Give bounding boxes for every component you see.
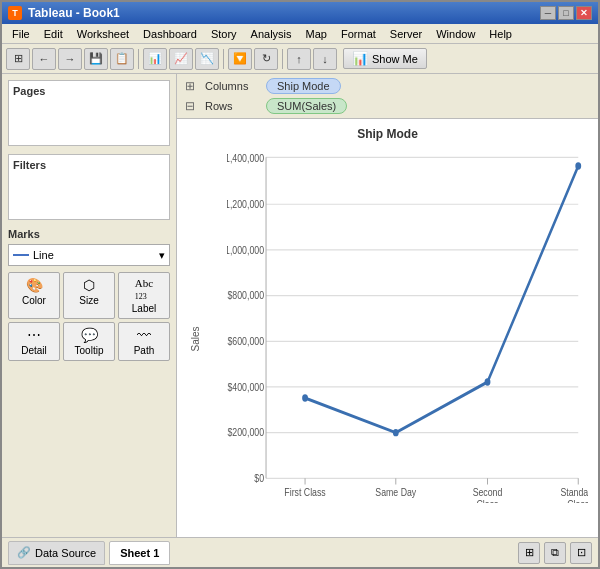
chart-container: Sales <box>177 145 598 533</box>
marks-type-label: Line <box>33 249 54 261</box>
minimize-button[interactable]: ─ <box>540 6 556 20</box>
menu-analysis[interactable]: Analysis <box>245 26 298 42</box>
size-label: Size <box>79 295 98 306</box>
show-me-button[interactable]: 📊 Show Me <box>343 48 427 69</box>
datapoint-second-class <box>485 378 491 385</box>
toolbar-chart2-btn[interactable]: 📈 <box>169 48 193 70</box>
menu-dashboard[interactable]: Dashboard <box>137 26 203 42</box>
bottombar: 🔗 Data Source Sheet 1 ⊞ ⧉ ⊡ <box>2 537 598 567</box>
datapoint-standard-class <box>575 162 581 169</box>
menu-server[interactable]: Server <box>384 26 428 42</box>
toolbar-grid-btn[interactable]: ⊞ <box>6 48 30 70</box>
toolbar-copy-btn[interactable]: 📋 <box>110 48 134 70</box>
menu-edit[interactable]: Edit <box>38 26 69 42</box>
svg-text:$600,000: $600,000 <box>227 335 264 347</box>
toolbar-back-btn[interactable]: ← <box>32 48 56 70</box>
columns-pill[interactable]: Ship Mode <box>266 78 341 94</box>
menu-window[interactable]: Window <box>430 26 481 42</box>
rows-pill[interactable]: SUM(Sales) <box>266 98 347 114</box>
detail-icon: ⋯ <box>27 327 41 343</box>
app-window: T Tableau - Book1 ─ □ ✕ File Edit Worksh… <box>0 0 600 569</box>
main-content: Pages Filters Marks Line ▾ <box>2 74 598 537</box>
svg-text:Class: Class <box>477 498 499 503</box>
chart-title: Ship Mode <box>177 119 598 145</box>
right-panel: ⊞ Columns Ship Mode ⊟ Rows SUM(Sales) Sh… <box>177 74 598 537</box>
svg-text:$1,400,000: $1,400,000 <box>227 152 264 164</box>
svg-text:$800,000: $800,000 <box>227 289 264 301</box>
bottombar-icons: ⊞ ⧉ ⊡ <box>518 542 592 564</box>
menu-worksheet[interactable]: Worksheet <box>71 26 135 42</box>
datapoint-first-class <box>302 394 308 401</box>
toolbar-sort-asc-btn[interactable]: ↑ <box>287 48 311 70</box>
menu-format[interactable]: Format <box>335 26 382 42</box>
rows-icon: ⊟ <box>185 99 199 113</box>
tooltip-marks-btn[interactable]: 💬 Tooltip <box>63 322 115 361</box>
duplicate-sheet-btn[interactable]: ⧉ <box>544 542 566 564</box>
new-dashboard-btn[interactable]: ⊡ <box>570 542 592 564</box>
detail-label: Detail <box>21 345 47 356</box>
titlebar-left: T Tableau - Book1 <box>8 6 120 20</box>
toolbar-filter-btn[interactable]: 🔽 <box>228 48 252 70</box>
path-icon: 〰 <box>137 327 151 343</box>
svg-text:$1,200,000: $1,200,000 <box>227 198 264 210</box>
chevron-down-icon: ▾ <box>159 249 165 262</box>
marks-type-dropdown[interactable]: Line ▾ <box>8 244 170 266</box>
svg-text:Class: Class <box>567 498 588 503</box>
color-label: Color <box>22 295 46 306</box>
rows-label: Rows <box>205 100 260 112</box>
color-marks-btn[interactable]: 🎨 Color <box>8 272 60 319</box>
shelves: ⊞ Columns Ship Mode ⊟ Rows SUM(Sales) <box>177 74 598 119</box>
y-axis-label: Sales <box>190 326 201 351</box>
filters-content <box>13 175 165 215</box>
svg-text:Second: Second <box>473 486 503 498</box>
size-icon: ⬡ <box>83 277 95 293</box>
menubar: File Edit Worksheet Dashboard Story Anal… <box>2 24 598 44</box>
datasource-icon: 🔗 <box>17 546 31 559</box>
columns-label: Columns <box>205 80 260 92</box>
maximize-button[interactable]: □ <box>558 6 574 20</box>
toolbar-refresh-btn[interactable]: ↻ <box>254 48 278 70</box>
toolbar-separator-2 <box>223 49 224 69</box>
menu-help[interactable]: Help <box>483 26 518 42</box>
sheet1-tab[interactable]: Sheet 1 <box>109 541 170 565</box>
svg-text:$400,000: $400,000 <box>227 381 264 393</box>
svg-text:Same Day: Same Day <box>375 486 416 498</box>
marks-buttons: 🎨 Color ⬡ Size Abc123 Label ⋯ Detail <box>8 272 170 361</box>
toolbar-chart1-btn[interactable]: 📊 <box>143 48 167 70</box>
size-marks-btn[interactable]: ⬡ Size <box>63 272 115 319</box>
app-icon: T <box>8 6 22 20</box>
columns-icon: ⊞ <box>185 79 199 93</box>
menu-file[interactable]: File <box>6 26 36 42</box>
marks-dropdown-left: Line <box>13 249 54 261</box>
label-marks-btn[interactable]: Abc123 Label <box>118 272 170 319</box>
svg-text:$200,000: $200,000 <box>227 426 264 438</box>
toolbar-separator-1 <box>138 49 139 69</box>
svg-text:First Class: First Class <box>284 486 325 498</box>
menu-story[interactable]: Story <box>205 26 243 42</box>
rows-shelf: ⊟ Rows SUM(Sales) <box>185 98 590 114</box>
toolbar-chart3-btn[interactable]: 📉 <box>195 48 219 70</box>
toolbar-save-btn[interactable]: 💾 <box>84 48 108 70</box>
toolbar-sort-desc-btn[interactable]: ↓ <box>313 48 337 70</box>
path-label: Path <box>134 345 155 356</box>
datasource-label: Data Source <box>35 547 96 559</box>
new-sheet-btn[interactable]: ⊞ <box>518 542 540 564</box>
datasource-tab[interactable]: 🔗 Data Source <box>8 541 105 565</box>
svg-text:Standard: Standard <box>560 486 588 498</box>
color-icon: 🎨 <box>26 277 43 293</box>
marks-section: Marks Line ▾ 🎨 Color ⬡ Size <box>8 228 170 361</box>
show-me-label: Show Me <box>372 53 418 65</box>
left-panel: Pages Filters Marks Line ▾ <box>2 74 177 537</box>
pages-title: Pages <box>13 85 165 97</box>
toolbar-forward-btn[interactable]: → <box>58 48 82 70</box>
menu-map[interactable]: Map <box>300 26 333 42</box>
detail-marks-btn[interactable]: ⋯ Detail <box>8 322 60 361</box>
filters-title: Filters <box>13 159 165 171</box>
path-marks-btn[interactable]: 〰 Path <box>118 322 170 361</box>
marks-title: Marks <box>8 228 170 240</box>
toolbar: ⊞ ← → 💾 📋 📊 📈 📉 🔽 ↻ ↑ ↓ 📊 Show Me <box>2 44 598 74</box>
close-button[interactable]: ✕ <box>576 6 592 20</box>
svg-text:$0: $0 <box>254 472 264 484</box>
datapoint-same-day <box>393 429 399 436</box>
label-text: Label <box>132 303 156 314</box>
